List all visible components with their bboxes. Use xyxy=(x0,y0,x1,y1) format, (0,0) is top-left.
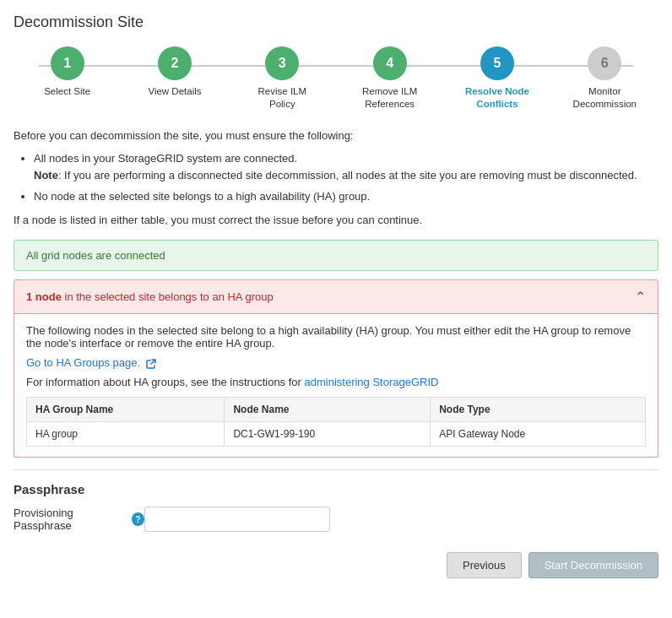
step-3-circle: 3 xyxy=(265,46,299,80)
passphrase-row: Provisioning Passphrase ? xyxy=(14,507,658,532)
cell-ha-group: HA group xyxy=(27,422,225,447)
intro-text: Before you can decommission the site, yo… xyxy=(14,127,658,144)
step-6-circle: 6 xyxy=(588,46,621,80)
step-4: 4 Remove ILM References xyxy=(336,46,443,111)
col-node-type: Node Type xyxy=(431,398,646,422)
step-6-label: Monitor Decommission xyxy=(571,85,638,111)
green-alert: All grid nodes are connected xyxy=(14,240,658,271)
red-alert-body: The following nodes in the selected site… xyxy=(14,314,658,458)
col-node-name: Node Name xyxy=(225,398,431,422)
red-alert-header-suffix: in the selected site belongs to an HA gr… xyxy=(62,290,274,303)
chevron-up-icon[interactable]: ⌃ xyxy=(635,289,646,305)
passphrase-section: Passphrase Provisioning Passphrase ? xyxy=(14,469,658,532)
red-alert-body-text: The following nodes in the selected site… xyxy=(26,324,646,350)
step-6: 6 Monitor Decommission xyxy=(551,46,658,111)
step-5-circle: 5 xyxy=(480,46,514,80)
passphrase-label: Provisioning Passphrase ? xyxy=(14,507,144,532)
note-label: Note xyxy=(34,169,58,182)
cell-node-name: DC1-GW1-99-190 xyxy=(225,422,431,447)
footer-buttons: Previous Start Decommission xyxy=(14,544,658,578)
step-4-label: Remove ILM References xyxy=(356,85,424,111)
step-3-label: Revise ILM Policy xyxy=(248,85,316,111)
note-text: : If you are performing a disconnected s… xyxy=(58,169,637,182)
administering-link[interactable]: administering StorageGRID xyxy=(305,376,439,388)
step-1-circle: 1 xyxy=(51,46,84,80)
step-2-circle: 2 xyxy=(158,46,192,80)
ha-groups-link[interactable]: Go to HA Groups page. xyxy=(26,356,156,369)
help-icon[interactable]: ? xyxy=(132,512,144,526)
external-link-icon xyxy=(146,359,156,369)
cell-node-type: API Gateway Node xyxy=(431,422,646,447)
info-text: For information about HA groups, see the… xyxy=(26,376,646,388)
red-alert-container: 1 node in the selected site belongs to a… xyxy=(14,279,658,458)
step-3: 3 Revise ILM Policy xyxy=(229,46,336,111)
step-2: 2 View Details xyxy=(121,46,228,98)
ha-table: HA Group Name Node Name Node Type HA gro… xyxy=(26,397,646,447)
col-ha-group-name: HA Group Name xyxy=(27,398,225,422)
page-title: Decommission Site xyxy=(14,14,658,31)
bullet-2: No node at the selected site belongs to … xyxy=(34,188,658,205)
step-2-label: View Details xyxy=(148,85,201,98)
red-alert-header-text: 1 node in the selected site belongs to a… xyxy=(26,290,274,303)
table-row: HA group DC1-GW1-99-190 API Gateway Node xyxy=(27,422,646,447)
stepper: 1 Select Site 2 View Details 3 Revise IL… xyxy=(14,46,658,111)
step-5: 5 Resolve Node Conflicts xyxy=(443,46,550,111)
start-decommission-button[interactable]: Start Decommission xyxy=(528,552,658,578)
passphrase-input[interactable] xyxy=(144,507,330,532)
red-alert-header: 1 node in the selected site belongs to a… xyxy=(14,279,658,314)
passphrase-title: Passphrase xyxy=(14,482,658,496)
warning-text: If a node is listed in either table, you… xyxy=(14,212,658,229)
green-alert-message: All grid nodes are connected xyxy=(26,249,165,262)
step-1: 1 Select Site xyxy=(14,46,121,98)
previous-button[interactable]: Previous xyxy=(447,552,522,578)
step-1-label: Select Site xyxy=(44,85,90,98)
step-4-circle: 4 xyxy=(373,46,407,80)
bullet-1: All nodes in your StorageGRID system are… xyxy=(34,150,658,183)
intro-section: Before you can decommission the site, yo… xyxy=(14,127,658,229)
node-count: 1 node xyxy=(26,290,62,303)
step-5-label: Resolve Node Conflicts xyxy=(463,85,531,111)
